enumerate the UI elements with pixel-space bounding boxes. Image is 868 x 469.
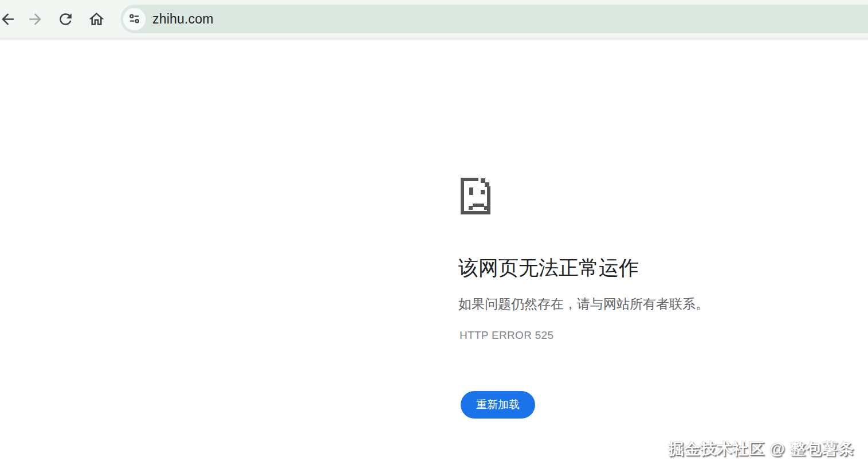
address-bar[interactable]: zhihu.com	[120, 5, 868, 33]
error-title: 该网页无法正常运作	[458, 255, 639, 282]
back-button[interactable]	[0, 11, 17, 29]
forward-button[interactable]	[26, 11, 44, 29]
watermark: 掘金技术社区 @ 整包薯条	[669, 439, 854, 459]
site-settings-icon	[127, 11, 142, 28]
browser-toolbar: zhihu.com	[0, 0, 868, 40]
home-icon	[88, 10, 105, 30]
reload-button[interactable]	[56, 11, 74, 29]
error-page: 该网页无法正常运作 如果问题仍然存在，请与网站所有者联系。 HTTP ERROR…	[0, 41, 868, 469]
home-button[interactable]	[87, 11, 105, 29]
error-message: 如果问题仍然存在，请与网站所有者联系。	[458, 295, 709, 313]
site-settings-button[interactable]	[123, 8, 146, 30]
reload-icon	[57, 10, 74, 30]
error-code: HTTP ERROR 525	[459, 329, 553, 342]
forward-arrow-icon	[26, 10, 44, 30]
reload-page-button[interactable]: 重新加载	[461, 391, 535, 419]
back-arrow-icon	[0, 10, 17, 30]
url-text: zhihu.com	[152, 5, 214, 33]
